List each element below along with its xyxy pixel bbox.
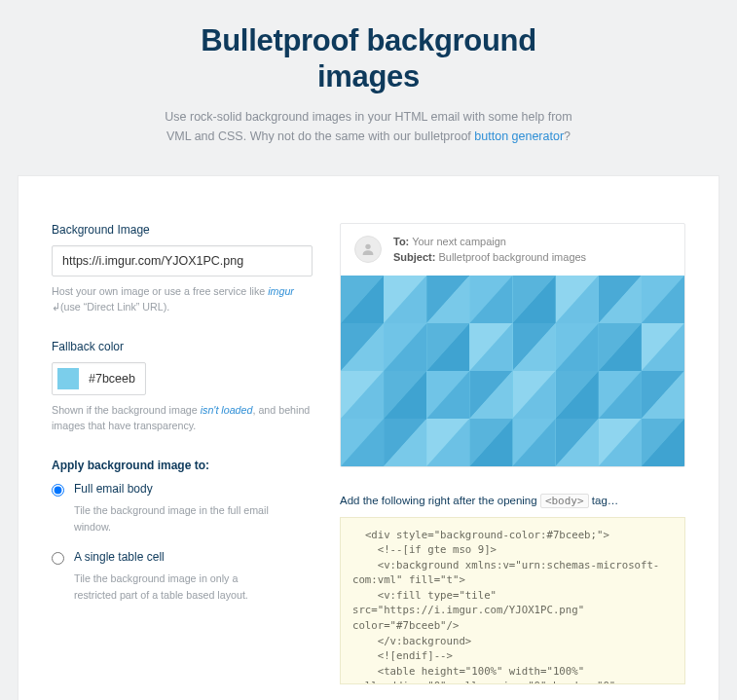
bg-image-group: Background Image Host your own image or … — [52, 223, 313, 314]
radio-full-body-label: Full email body — [74, 482, 153, 496]
color-swatch-icon — [57, 368, 79, 389]
code-intro-tag: <body> — [540, 494, 589, 508]
fallback-helper-em: isn't loaded — [201, 404, 253, 416]
radio-option-single-cell[interactable]: A single table cell — [52, 550, 313, 565]
main-panel: Background Image Host your own image or … — [18, 175, 719, 700]
preview-meta: To: Your next campaign Subject: Bulletpr… — [393, 234, 586, 266]
radio-full-body-helper: Tile the background image in the full em… — [74, 502, 278, 534]
radio-single-cell-label: A single table cell — [74, 550, 165, 564]
apply-group: Apply background image to: Full email bo… — [52, 459, 313, 603]
preview-to-value: Your next campaign — [412, 236, 506, 247]
fallback-label: Fallback color — [52, 340, 313, 353]
radio-single-cell[interactable] — [52, 552, 64, 565]
code-intro-pre: Add the following right after the openin… — [340, 495, 540, 506]
preview-subject-label: Subject: — [393, 251, 435, 263]
form-column: Background Image Host your own image or … — [52, 223, 313, 684]
radio-full-body[interactable] — [52, 484, 64, 497]
preview-to-label: To: — [393, 236, 409, 247]
code-snippet[interactable]: <div style="background-color:#7bceeb;"> … — [340, 517, 685, 684]
tagline-post: ? — [564, 129, 571, 143]
fallback-helper-pre: Shown if the background image — [52, 404, 201, 416]
radio-single-cell-helper: Tile the background image in only a rest… — [74, 571, 278, 603]
bg-image-helper: Host your own image or use a free servic… — [52, 283, 313, 314]
preview-subject-value: Bulletproof background images — [438, 251, 586, 263]
preview-background — [341, 276, 684, 466]
fallback-helper: Shown if the background image isn't load… — [52, 402, 313, 433]
fallback-color-input[interactable]: #7bceeb — [52, 362, 146, 395]
bg-image-label: Background Image — [52, 223, 313, 237]
preview-header: To: Your next campaign Subject: Bulletpr… — [341, 224, 684, 276]
code-intro: Add the following right after the openin… — [340, 495, 685, 507]
page-tagline: Use rock-solid background images in your… — [160, 108, 578, 146]
fallback-group: Fallback color #7bceeb Shown if the back… — [52, 340, 313, 433]
imgur-link[interactable]: imgur — [268, 285, 294, 297]
svg-point-0 — [365, 244, 370, 249]
bg-image-input[interactable] — [52, 245, 313, 276]
page-title: Bulletproof background images — [58, 23, 679, 94]
bg-image-helper-pre: Host your own image or use a free servic… — [52, 285, 268, 297]
apply-label: Apply background image to: — [52, 459, 313, 472]
preview-card: To: Your next campaign Subject: Bulletpr… — [340, 223, 685, 467]
button-generator-link[interactable]: button generator — [474, 129, 564, 143]
radio-option-full-body[interactable]: Full email body — [52, 482, 313, 497]
avatar-icon — [354, 236, 382, 263]
bg-image-helper-post: ↲(use “Direct Link” URL). — [52, 301, 169, 313]
fallback-color-value: #7bceeb — [89, 372, 135, 386]
preview-column: To: Your next campaign Subject: Bulletpr… — [340, 223, 685, 684]
code-intro-post: tag… — [589, 495, 619, 506]
